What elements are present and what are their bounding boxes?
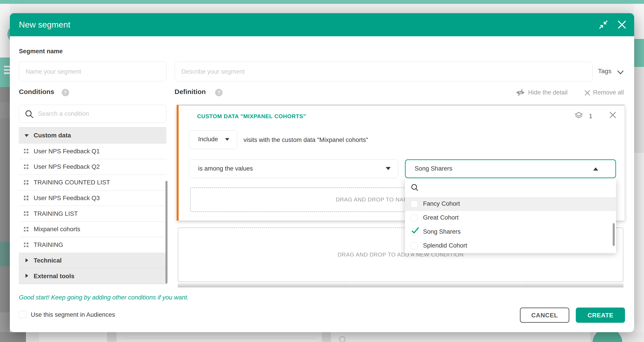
background-divider bbox=[123, 338, 316, 338]
dropdown-option[interactable]: Song Sharers bbox=[405, 225, 616, 239]
help-icon[interactable]: ? bbox=[215, 89, 222, 96]
condition-sentence: visits with the custom data "Mixpanel co… bbox=[244, 136, 368, 143]
background-sidebar-item bbox=[0, 312, 10, 332]
background-app-header bbox=[0, 58, 10, 87]
eye-slash-icon[interactable] bbox=[516, 89, 525, 96]
drag-handle-icon bbox=[24, 196, 28, 200]
background-app-header-right bbox=[634, 39, 644, 67]
cancel-button[interactable]: CANCEL bbox=[520, 307, 569, 323]
segment-description-input[interactable] bbox=[175, 62, 593, 81]
layers-icon bbox=[574, 111, 583, 120]
list-item[interactable]: User NPS Feedback Q1 bbox=[19, 143, 166, 159]
values-combobox[interactable]: Song Sharers bbox=[405, 159, 616, 178]
search-icon bbox=[25, 110, 34, 119]
group-technical[interactable]: Technical bbox=[19, 253, 166, 268]
create-button[interactable]: CREATE bbox=[576, 307, 625, 323]
new-segment-modal: New segment Segment name Tags bbox=[10, 13, 634, 332]
drag-handle-icon bbox=[24, 180, 28, 185]
horizontal-scrollbar[interactable] bbox=[178, 283, 624, 287]
background-top-bar bbox=[0, 0, 644, 4]
condition-card: CUSTOM DATA "MIXPANEL COHORTS" 1 Include… bbox=[177, 105, 625, 221]
caret-down-icon bbox=[386, 167, 391, 170]
group-external-tools[interactable]: External tools bbox=[19, 268, 166, 284]
list-item[interactable]: Mixpanel cohorts bbox=[19, 221, 166, 237]
list-item[interactable]: TRAINING LIST bbox=[19, 206, 166, 221]
background-right-area bbox=[634, 4, 644, 39]
modal-header: New segment bbox=[10, 13, 634, 36]
remove-all-x-icon[interactable] bbox=[584, 90, 590, 95]
background-card bbox=[331, 332, 590, 342]
condition-card-title: CUSTOM DATA "MIXPANEL COHORTS" bbox=[197, 113, 306, 120]
drag-handle-icon bbox=[24, 243, 28, 247]
hamburger-menu-icon bbox=[4, 66, 10, 67]
group-custom-data[interactable]: Custom data bbox=[19, 128, 166, 143]
list-item[interactable]: TRAINING bbox=[19, 237, 166, 253]
operator-select[interactable]: is among the values bbox=[189, 159, 398, 178]
list-item[interactable]: User NPS Feedback Q2 bbox=[19, 159, 166, 175]
checkmark-icon bbox=[411, 226, 420, 235]
segment-name-input[interactable] bbox=[19, 62, 166, 81]
background-sidebar-bottom bbox=[0, 332, 26, 342]
hamburger-menu-icon bbox=[4, 69, 10, 71]
values-dropdown-panel: Fancy Cohort Great Cohort Song Sharers bbox=[405, 179, 616, 252]
tags-label: Tags bbox=[598, 67, 611, 75]
help-icon[interactable]: ? bbox=[62, 89, 69, 96]
definition-label: Definition bbox=[175, 88, 206, 96]
triangle-down-icon bbox=[24, 134, 28, 137]
segment-name-label: Segment name bbox=[19, 48, 62, 55]
checkbox-unchecked[interactable] bbox=[411, 214, 418, 221]
background-card bbox=[117, 332, 322, 342]
layers-indicator[interactable]: 1 bbox=[574, 111, 595, 121]
condition-search-input[interactable] bbox=[38, 105, 161, 122]
background-right-area bbox=[634, 67, 644, 153]
hide-detail-button[interactable]: Hide the detail bbox=[528, 89, 568, 96]
drag-handle-icon bbox=[24, 149, 28, 153]
background-divider bbox=[322, 332, 331, 342]
background-sidebar bbox=[0, 87, 10, 342]
dropdown-search[interactable] bbox=[405, 179, 616, 197]
close-icon[interactable] bbox=[609, 111, 616, 119]
background-sidebar-item bbox=[0, 242, 10, 266]
modal-title: New segment bbox=[19, 13, 70, 36]
list-item[interactable]: User NPS Feedback Q3 bbox=[19, 190, 166, 206]
conditions-list: Custom data User NPS Feedback Q1 User NP… bbox=[19, 127, 166, 284]
vertical-scrollbar[interactable] bbox=[166, 181, 168, 284]
dropdown-option[interactable]: Fancy Cohort bbox=[405, 197, 616, 211]
checkbox-unchecked[interactable] bbox=[411, 201, 418, 207]
triangle-right-icon bbox=[26, 258, 28, 262]
drag-handle-icon bbox=[24, 227, 28, 231]
background-divider bbox=[107, 332, 116, 342]
list-item[interactable]: TRAINING COUNTED LIST bbox=[19, 175, 166, 190]
stack-count: 1 bbox=[589, 113, 592, 120]
conditions-label: Conditions bbox=[19, 88, 54, 96]
checkbox-unchecked[interactable] bbox=[411, 242, 418, 249]
background-radio-icon bbox=[339, 336, 346, 342]
audiences-checkbox[interactable] bbox=[19, 311, 26, 318]
triangle-right-icon bbox=[26, 274, 28, 278]
dropdown-option[interactable]: Splendid Cohort bbox=[405, 239, 616, 253]
background-right-area bbox=[634, 153, 644, 342]
collapse-window-icon[interactable] bbox=[599, 20, 608, 29]
tags-dropdown[interactable]: Tags bbox=[598, 67, 627, 78]
dropdown-option[interactable]: Great Cohort bbox=[405, 211, 616, 225]
condition-search-box bbox=[19, 105, 166, 123]
drag-handle-icon bbox=[24, 165, 28, 169]
drag-handle-icon bbox=[24, 211, 28, 216]
close-icon[interactable] bbox=[618, 20, 626, 29]
caret-up-icon bbox=[593, 167, 598, 171]
remove-all-button[interactable]: Remove all bbox=[593, 89, 624, 96]
chevron-down-icon bbox=[617, 69, 624, 76]
background-sidebar-item bbox=[0, 102, 10, 118]
hamburger-menu-icon bbox=[4, 72, 10, 74]
hint-text: Good start! Keep going by adding other c… bbox=[19, 294, 189, 301]
search-icon bbox=[411, 184, 419, 192]
caret-down-icon bbox=[225, 138, 229, 141]
include-select[interactable]: Include bbox=[189, 130, 238, 149]
audiences-checkbox-label: Use this segment in Audiences bbox=[31, 311, 115, 318]
background-card bbox=[39, 332, 107, 342]
vertical-scrollbar[interactable] bbox=[613, 223, 615, 246]
